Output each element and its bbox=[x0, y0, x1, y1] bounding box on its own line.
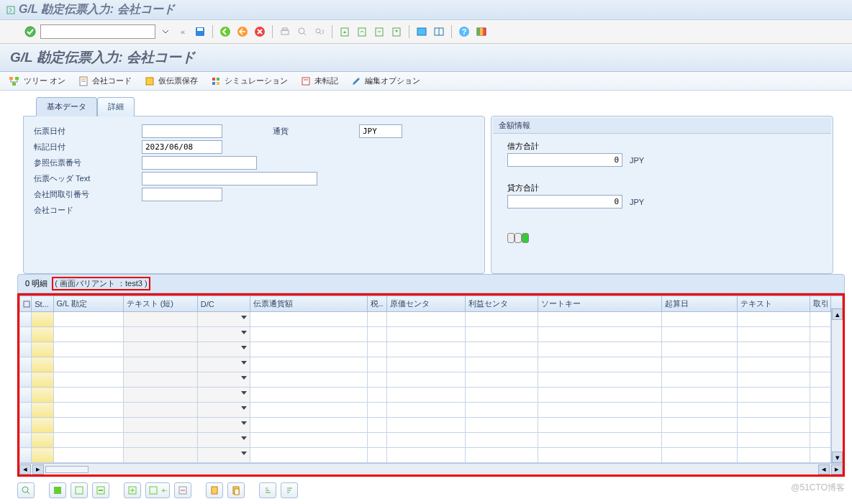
cancel-icon[interactable] bbox=[253, 24, 267, 39]
tax-cell[interactable] bbox=[368, 403, 386, 418]
status-cell[interactable] bbox=[32, 357, 53, 372]
sort-key-cell[interactable] bbox=[538, 388, 662, 403]
text-short-cell[interactable] bbox=[123, 342, 197, 357]
cost-center-cell[interactable] bbox=[386, 312, 465, 327]
row-header[interactable] bbox=[20, 433, 32, 448]
profit-center-cell[interactable] bbox=[466, 327, 538, 342]
tax-cell[interactable] bbox=[368, 372, 386, 388]
gl-cell[interactable] bbox=[53, 433, 123, 448]
text-cell[interactable] bbox=[738, 433, 810, 448]
cost-center-cell[interactable] bbox=[386, 418, 465, 433]
chevron-down-icon[interactable] bbox=[241, 331, 247, 334]
amount-cell[interactable] bbox=[250, 372, 368, 388]
scroll-thumb[interactable] bbox=[45, 466, 89, 473]
gl-cell[interactable] bbox=[53, 418, 123, 433]
value-date-cell[interactable] bbox=[662, 312, 738, 327]
chevron-down-icon[interactable] bbox=[241, 316, 247, 319]
status-cell[interactable] bbox=[32, 448, 53, 463]
tr-cell[interactable] bbox=[810, 403, 830, 418]
tr-cell[interactable] bbox=[810, 448, 830, 463]
dc-cell[interactable] bbox=[197, 403, 250, 418]
header-text-field[interactable] bbox=[142, 172, 317, 185]
cost-center-cell[interactable] bbox=[386, 357, 465, 372]
row-header[interactable] bbox=[20, 403, 32, 418]
dc-cell[interactable] bbox=[197, 312, 250, 327]
park-button[interactable]: 仮伝票保存 bbox=[145, 75, 198, 86]
tax-cell[interactable] bbox=[368, 448, 386, 463]
next-page-icon[interactable] bbox=[372, 24, 386, 39]
tr-cell[interactable] bbox=[810, 342, 830, 357]
text-cell[interactable] bbox=[738, 388, 810, 403]
text-short-cell[interactable] bbox=[123, 357, 197, 372]
company-code-button[interactable]: 会社コード bbox=[78, 75, 132, 86]
print-icon[interactable] bbox=[278, 24, 292, 39]
col-doc-curr-amt[interactable]: 伝票通貨額 bbox=[250, 296, 368, 312]
last-page-icon[interactable] bbox=[389, 24, 404, 39]
profit-center-cell[interactable] bbox=[466, 403, 538, 418]
cost-center-cell[interactable] bbox=[386, 327, 465, 342]
col-gl-account[interactable]: G/L 勘定 bbox=[53, 296, 123, 312]
text-cell[interactable] bbox=[738, 357, 810, 372]
tab-basic[interactable]: 基本データ bbox=[36, 97, 97, 116]
text-cell[interactable] bbox=[738, 448, 810, 463]
value-date-cell[interactable] bbox=[662, 357, 738, 372]
row-header[interactable] bbox=[20, 388, 32, 403]
row-header[interactable] bbox=[20, 342, 32, 357]
status-cell[interactable] bbox=[32, 388, 53, 403]
dc-cell[interactable] bbox=[197, 372, 250, 388]
col-text[interactable]: テキスト bbox=[738, 296, 810, 312]
sort-key-cell[interactable] bbox=[538, 327, 662, 342]
dc-cell[interactable] bbox=[197, 388, 250, 403]
value-date-cell[interactable] bbox=[662, 418, 738, 433]
scroll-up-icon[interactable]: ▴ bbox=[832, 308, 843, 320]
table-row[interactable] bbox=[20, 312, 843, 327]
first-page-icon[interactable] bbox=[337, 24, 352, 39]
amount-cell[interactable] bbox=[250, 357, 368, 372]
col-text-short[interactable]: テキスト (短) bbox=[123, 296, 197, 312]
row-header[interactable] bbox=[20, 372, 32, 388]
clipboard-paste-button[interactable] bbox=[227, 482, 245, 498]
exit-icon[interactable] bbox=[235, 24, 250, 39]
doc-date-field[interactable] bbox=[142, 124, 222, 138]
ok-icon[interactable] bbox=[23, 24, 37, 39]
sort-key-cell[interactable] bbox=[538, 342, 662, 357]
dc-cell[interactable] bbox=[197, 327, 250, 342]
save-icon[interactable] bbox=[193, 24, 207, 39]
value-date-cell[interactable] bbox=[662, 433, 738, 448]
sort-key-cell[interactable] bbox=[538, 448, 662, 463]
intco-field[interactable] bbox=[142, 188, 222, 201]
copy-row-button[interactable] bbox=[174, 482, 191, 498]
sort-key-cell[interactable] bbox=[538, 372, 662, 388]
amount-cell[interactable] bbox=[250, 448, 368, 463]
profit-center-cell[interactable] bbox=[466, 433, 538, 448]
col-cost-center[interactable]: 原価センタ bbox=[386, 296, 465, 312]
chevron-down-icon[interactable] bbox=[241, 421, 247, 425]
cost-center-cell[interactable] bbox=[386, 388, 465, 403]
gl-cell[interactable] bbox=[53, 342, 123, 357]
row-header[interactable] bbox=[20, 327, 32, 342]
scroll-left-icon[interactable]: ◂ bbox=[19, 464, 31, 475]
gl-cell[interactable] bbox=[53, 327, 123, 342]
value-date-cell[interactable] bbox=[662, 403, 738, 418]
tree-on-button[interactable]: ツリー オン bbox=[9, 75, 65, 86]
dc-cell[interactable] bbox=[197, 418, 250, 433]
chevron-down-icon[interactable] bbox=[241, 452, 247, 455]
cost-center-cell[interactable] bbox=[386, 372, 465, 388]
amount-cell[interactable] bbox=[250, 403, 368, 418]
chevron-down-icon[interactable] bbox=[241, 376, 247, 380]
status-cell[interactable] bbox=[32, 327, 53, 342]
text-cell[interactable] bbox=[738, 403, 810, 418]
detail-button[interactable] bbox=[17, 482, 35, 498]
status-cell[interactable] bbox=[32, 433, 53, 448]
value-date-cell[interactable] bbox=[662, 342, 738, 357]
deselect-all-button[interactable] bbox=[71, 482, 88, 498]
chevron-down-icon[interactable] bbox=[241, 406, 247, 410]
tr-cell[interactable] bbox=[810, 312, 830, 327]
text-short-cell[interactable] bbox=[123, 327, 197, 342]
layout-icon[interactable] bbox=[432, 24, 446, 39]
tax-cell[interactable] bbox=[368, 312, 386, 327]
status-cell[interactable] bbox=[32, 312, 53, 327]
tr-cell[interactable] bbox=[810, 433, 830, 448]
text-short-cell[interactable] bbox=[123, 372, 197, 388]
cost-center-cell[interactable] bbox=[386, 403, 465, 418]
